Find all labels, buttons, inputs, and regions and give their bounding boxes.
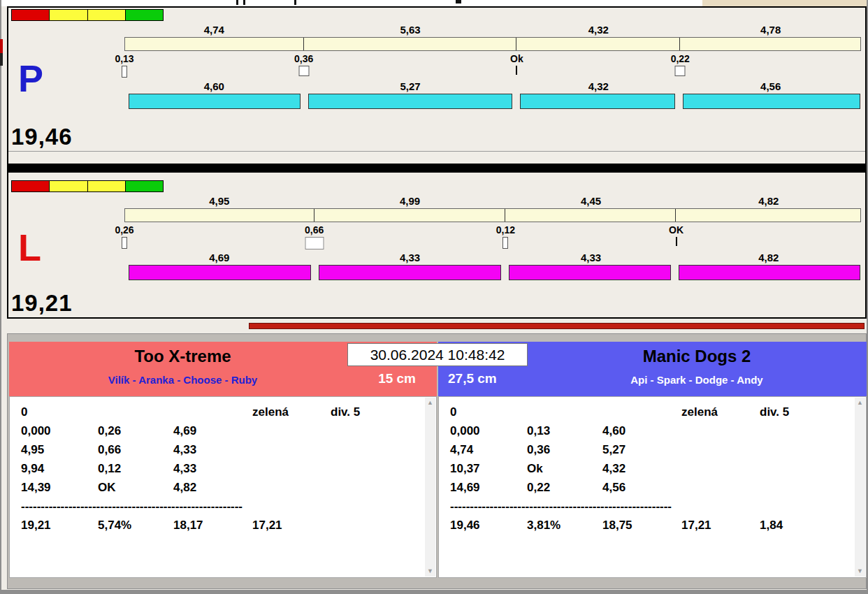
table-cell: 0,13	[527, 421, 602, 440]
gap-marker	[122, 237, 127, 249]
table-cell	[331, 459, 421, 478]
gap-time-label: 0,26	[115, 224, 133, 236]
split-time-label: 4,33	[505, 252, 676, 263]
jump-height-label: 27,5 cm	[448, 371, 497, 386]
measured-bar-segment	[319, 265, 501, 280]
split-time-label: 4,78	[680, 24, 861, 36]
reference-split-labels: 4,95 4,99 4,45 4,82	[124, 195, 861, 207]
table-cell: zelená	[252, 403, 331, 421]
table-row: 0zelenádiv. 5	[21, 403, 421, 421]
jump-height-label: 15 cm	[378, 371, 416, 386]
course-letter: L	[18, 229, 41, 266]
panel-separator-line	[8, 151, 865, 152]
table-cell	[760, 478, 851, 497]
reference-bar-segment	[676, 209, 860, 222]
table-cell: 4,60	[602, 421, 681, 440]
table-cell	[760, 459, 851, 478]
table-cell	[252, 421, 331, 440]
edge-tick-mark	[236, 0, 238, 5]
gap-marker	[298, 66, 309, 76]
split-time-label: 4,45	[505, 195, 676, 207]
screen-edge-artifact	[0, 53, 3, 66]
table-row: 4,740,365,27	[450, 440, 851, 459]
traffic-light-segment	[12, 181, 50, 191]
panel-divider	[7, 165, 867, 171]
table-cell: div. 5	[760, 403, 851, 421]
table-cell: 4,69	[173, 421, 252, 440]
split-time-label: 4,69	[124, 252, 314, 263]
start-light-indicator	[11, 9, 164, 21]
results-table: 0zelenádiv. 50,0000,134,604,740,365,2710…	[450, 403, 851, 535]
results-area: 0zelenádiv. 50,0000,264,694,950,664,339,…	[9, 396, 437, 578]
table-cell: 4,33	[173, 440, 252, 459]
table-cell	[681, 421, 760, 440]
gap-time-label: 0,22	[671, 53, 690, 64]
table-cell: 17,21	[252, 516, 331, 535]
table-row: 9,940,124,33	[21, 459, 421, 478]
measured-bar-segment	[129, 94, 301, 109]
table-cell: 14,69	[450, 478, 527, 497]
edge-tick-mark	[243, 0, 245, 5]
scroll-up-icon[interactable]: ▲	[427, 400, 433, 406]
reference-bar-segment	[304, 38, 516, 50]
table-cell	[331, 478, 421, 497]
traffic-light-segment	[50, 181, 87, 191]
course-panel-p: 4,74 5,63 4,32 4,78 0,13 0,36 Ok 0,22 4,…	[7, 6, 867, 165]
table-cell: 0	[21, 403, 98, 421]
reference-bar-segment	[680, 38, 860, 50]
table-cell: 19,21	[21, 516, 98, 535]
split-time-label: 4,82	[677, 195, 861, 207]
run-progress-strip	[7, 320, 867, 332]
dog-names: Vilík - Aranka - Choose - Ruby	[9, 374, 356, 386]
table-row: ----------------------------------------…	[450, 497, 851, 516]
scroll-up-icon[interactable]: ▲	[857, 400, 863, 406]
reference-bar-segment	[314, 209, 505, 222]
table-cell: ----------------------------------------…	[450, 497, 851, 516]
table-cell: 17,21	[681, 516, 760, 535]
table-cell: 0,26	[98, 421, 173, 440]
table-cell: 4,33	[173, 459, 252, 478]
edge-tick-mark	[294, 0, 296, 5]
split-time-label: 4,33	[314, 252, 506, 263]
table-cell: 0,000	[450, 421, 527, 440]
table-row: 19,463,81%18,7517,211,84	[450, 516, 851, 535]
gap-time-label: 0,66	[305, 224, 324, 236]
split-time-label: 4,95	[124, 195, 314, 207]
scrollbar[interactable]: ▲ ▼	[855, 398, 865, 577]
team-panel-right: Manic Dogs 2 Api - Spark - Dodge - Andy …	[438, 342, 867, 584]
gap-markers	[124, 66, 861, 79]
table-cell	[681, 459, 760, 478]
total-time: 19,46	[11, 124, 73, 150]
scroll-down-icon[interactable]: ▼	[857, 568, 863, 574]
reference-bar-segment	[505, 209, 676, 222]
table-cell: 5,74%	[98, 516, 173, 535]
gap-time-label: Ok	[510, 53, 523, 64]
table-cell: 4,74	[450, 440, 527, 459]
table-cell: 10,37	[450, 459, 527, 478]
scrollbar[interactable]: ▲ ▼	[425, 398, 435, 577]
measured-bar-segment	[308, 94, 512, 109]
table-cell	[173, 403, 252, 421]
datetime-display: 30.06.2024 10:48:42	[347, 343, 528, 366]
table-cell	[760, 421, 851, 440]
table-cell: ----------------------------------------…	[21, 497, 421, 516]
table-row: 4,950,664,33	[21, 440, 421, 459]
table-cell	[602, 403, 681, 421]
total-time: 19,21	[11, 290, 73, 317]
table-cell: 18,17	[173, 516, 252, 535]
start-light-indicator	[11, 180, 164, 192]
gap-marker	[122, 66, 127, 78]
table-cell: 9,94	[21, 459, 98, 478]
table-cell	[331, 421, 421, 440]
table-cell	[252, 459, 331, 478]
course-panel-l: 4,95 4,99 4,45 4,82 0,26 0,66 0,12 OK 4,…	[7, 171, 867, 319]
measured-bar-segment	[679, 265, 860, 280]
table-cell	[98, 403, 173, 421]
table-cell: 4,56	[602, 478, 681, 497]
gap-time-labels: 0,26 0,66 0,12 OK	[124, 224, 861, 236]
scroll-down-icon[interactable]: ▼	[427, 568, 433, 574]
table-row: ----------------------------------------…	[21, 497, 421, 516]
table-row: 14,690,224,56	[450, 478, 851, 497]
background-window-corner	[702, 0, 867, 6]
measured-times-bar	[129, 94, 861, 109]
